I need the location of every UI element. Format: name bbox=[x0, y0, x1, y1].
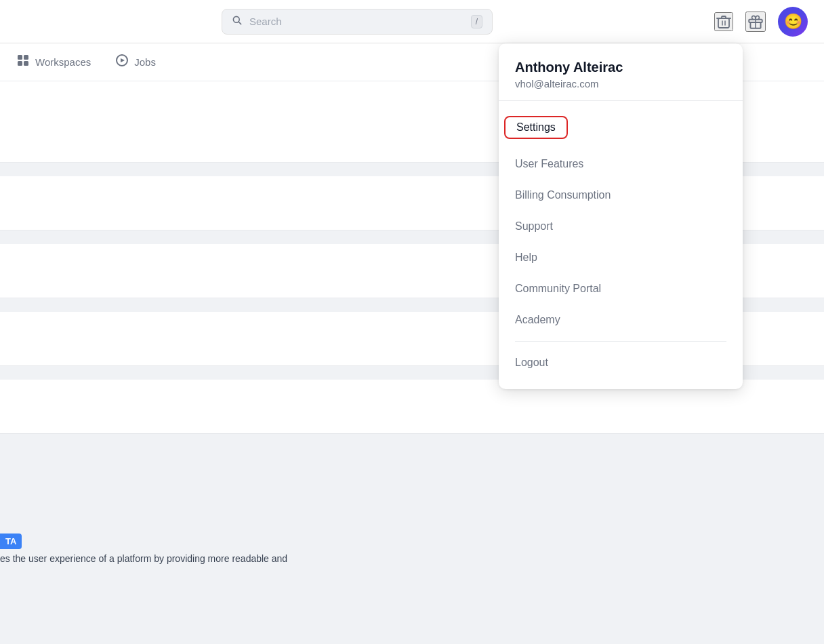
dropdown-user-email: vhol@alteirac.com bbox=[515, 78, 726, 89]
user-dropdown-menu: Anthony Alteirac vhol@alteirac.com Setti… bbox=[499, 43, 743, 389]
bottom-description-text: es the user experience of a platform by … bbox=[0, 548, 287, 569]
academy-label: Academy bbox=[515, 314, 560, 326]
search-placeholder: Search bbox=[249, 16, 464, 27]
svg-marker-13 bbox=[121, 58, 125, 62]
trash-button[interactable] bbox=[714, 12, 733, 31]
billing-consumption-label: Billing Consumption bbox=[515, 189, 611, 201]
dropdown-divider bbox=[515, 341, 726, 342]
svg-rect-8 bbox=[18, 55, 22, 60]
workspaces-label: Workspaces bbox=[35, 56, 91, 68]
dropdown-item-billing-consumption[interactable]: Billing Consumption bbox=[499, 180, 743, 211]
community-portal-label: Community Portal bbox=[515, 283, 601, 295]
user-avatar[interactable]: 😊 bbox=[778, 7, 808, 37]
settings-label: Settings bbox=[516, 121, 556, 133]
search-bar[interactable]: Search / bbox=[222, 9, 493, 35]
dropdown-item-settings[interactable]: Settings bbox=[499, 106, 743, 148]
svg-rect-9 bbox=[18, 61, 22, 66]
gift-button[interactable] bbox=[745, 12, 766, 32]
help-label: Help bbox=[515, 251, 537, 264]
search-shortcut-key: / bbox=[471, 15, 482, 28]
dropdown-user-header: Anthony Alteirac vhol@alteirac.com bbox=[499, 60, 743, 101]
dropdown-item-support[interactable]: Support bbox=[499, 211, 743, 242]
support-label: Support bbox=[515, 220, 553, 233]
workspaces-icon bbox=[16, 54, 30, 71]
nav-item-jobs[interactable]: Jobs bbox=[115, 48, 156, 76]
header-search-area: Search / bbox=[16, 9, 698, 35]
svg-rect-2 bbox=[718, 18, 729, 28]
header: Search / 😊 bbox=[0, 0, 824, 43]
dropdown-item-help[interactable]: Help bbox=[499, 242, 743, 273]
jobs-label: Jobs bbox=[134, 56, 156, 68]
header-action-icons: 😊 bbox=[714, 7, 808, 37]
svg-rect-10 bbox=[24, 55, 28, 60]
svg-line-1 bbox=[239, 22, 241, 24]
nav-item-workspaces[interactable]: Workspaces bbox=[16, 48, 91, 76]
avatar-emoji: 😊 bbox=[784, 13, 802, 31]
dropdown-menu-list: Settings User Features Billing Consumpti… bbox=[499, 101, 743, 384]
dropdown-user-name: Anthony Alteirac bbox=[515, 60, 726, 75]
dropdown-item-community-portal[interactable]: Community Portal bbox=[499, 273, 743, 304]
jobs-icon bbox=[115, 54, 129, 71]
search-icon bbox=[232, 15, 243, 28]
dropdown-item-logout[interactable]: Logout bbox=[499, 347, 743, 378]
beta-badge: TA bbox=[0, 534, 22, 549]
settings-highlight-box: Settings bbox=[504, 116, 568, 139]
user-features-label: User Features bbox=[515, 158, 583, 170]
logout-label: Logout bbox=[515, 357, 548, 368]
svg-rect-11 bbox=[24, 61, 28, 66]
dropdown-item-user-features[interactable]: User Features bbox=[499, 148, 743, 180]
dropdown-item-academy[interactable]: Academy bbox=[499, 304, 743, 336]
